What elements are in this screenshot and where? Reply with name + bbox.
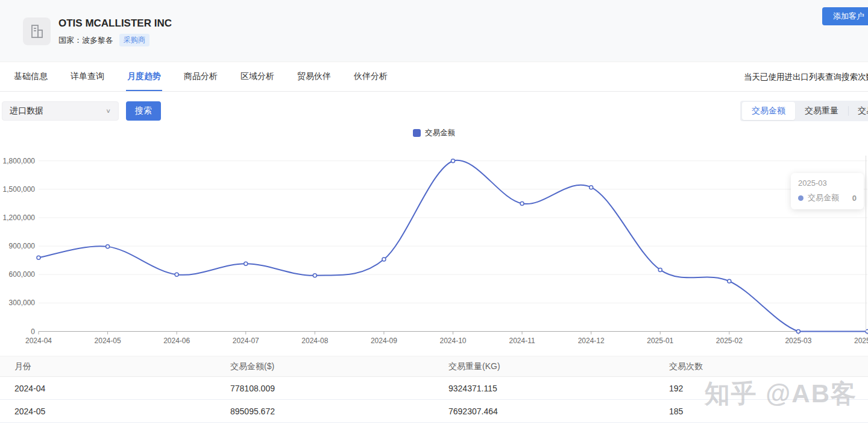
svg-text:2025-04: 2025-04 — [854, 337, 868, 345]
svg-text:2024-07: 2024-07 — [233, 337, 259, 345]
company-country: 国家：波多黎各 — [58, 35, 113, 46]
svg-text:2024-11: 2024-11 — [509, 337, 535, 345]
data-point[interactable] — [520, 201, 524, 205]
svg-text:2024-06: 2024-06 — [163, 337, 190, 345]
table-row[interactable]: 2024-05 895095.672 7692307.464 185 — [0, 400, 868, 423]
cell-trade-amount: 895095.672 — [216, 406, 434, 416]
tab-monthly-trend[interactable]: 月度趋势 — [126, 63, 162, 91]
metric-toggle-group: 交易金额 交易重量 交易次数 — [740, 101, 868, 121]
data-point[interactable] — [728, 279, 731, 283]
toggle-trade-count[interactable]: 交易次数 — [848, 102, 868, 120]
tab-product-analysis[interactable]: 商品分析 — [183, 63, 219, 91]
chart-tooltip: 2025-03 交易金额 0 — [791, 173, 864, 209]
tooltip-series-row: 交易金额 0 — [798, 192, 857, 203]
tooltip-series-label: 交易金额 — [808, 192, 839, 203]
company-name: OTIS MCALLISTER INC — [58, 17, 172, 30]
cell-trade-weight: 7692307.464 — [434, 406, 655, 416]
data-type-select[interactable]: 进口数据 ∨ — [2, 101, 119, 121]
company-meta: 国家：波多黎各 采购商 — [58, 34, 149, 46]
col-trade-amount: 交易金额($) — [216, 361, 434, 372]
svg-text:900,000: 900,000 — [9, 242, 36, 250]
toggle-trade-amount[interactable]: 交易金额 — [742, 102, 795, 120]
search-button[interactable]: 搜索 — [126, 101, 161, 121]
tab-bar: 基础信息 详单查询 月度趋势 商品分析 区域分析 贸易伙伴 伙伴分析 当天已使用… — [0, 63, 868, 92]
tab-partner-analysis[interactable]: 伙伴分析 — [353, 63, 389, 91]
tab-region-analysis[interactable]: 区域分析 — [239, 63, 275, 91]
svg-text:2025-02: 2025-02 — [716, 337, 743, 345]
chart-legend[interactable]: 交易金额 — [0, 128, 868, 138]
data-point[interactable] — [590, 186, 593, 189]
svg-text:1,800,000: 1,800,000 — [3, 157, 36, 165]
col-trade-weight: 交易重量(KG) — [434, 361, 655, 372]
cell-trade-amount: 778108.009 — [216, 384, 434, 393]
svg-text:300,000: 300,000 — [9, 299, 36, 307]
cell-trade-count: 185 — [655, 406, 868, 416]
monthly-trend-page: OTIS MCALLISTER INC 国家：波多黎各 采购商 添加客户 基础信… — [0, 0, 868, 427]
trend-line-chart[interactable]: 0300,000600,000900,0001,200,0001,500,000… — [0, 145, 868, 347]
col-trade-count: 交易次数 — [655, 361, 868, 372]
svg-text:2024-05: 2024-05 — [95, 337, 121, 345]
svg-text:1,500,000: 1,500,000 — [3, 185, 36, 194]
data-type-select-value: 进口数据 — [10, 106, 105, 116]
company-header: OTIS MCALLISTER INC 国家：波多黎各 采购商 添加客户 — [0, 0, 868, 62]
data-point[interactable] — [382, 258, 386, 261]
legend-swatch-icon — [413, 129, 421, 137]
daily-search-usage-note: 当天已使用进出口列表查询搜索次数 — [744, 72, 868, 83]
tabs: 基础信息 详单查询 月度趋势 商品分析 区域分析 贸易伙伴 伙伴分析 — [13, 63, 389, 92]
table-row[interactable]: 2024-04 778108.009 9324371.115 192 — [0, 377, 868, 400]
svg-text:1,200,000: 1,200,000 — [3, 214, 36, 222]
cell-month: 2024-04 — [0, 384, 216, 393]
tab-basic-info[interactable]: 基础信息 — [13, 63, 49, 91]
svg-text:2024-04: 2024-04 — [25, 337, 52, 345]
data-point[interactable] — [451, 159, 455, 163]
svg-text:2025-03: 2025-03 — [785, 337, 811, 345]
monthly-data-table: 月份 交易金额($) 交易重量(KG) 交易次数 2024-04 778108.… — [0, 356, 868, 423]
data-point[interactable] — [175, 273, 178, 276]
svg-text:2024-08: 2024-08 — [301, 337, 328, 345]
cell-trade-count: 192 — [655, 384, 868, 393]
company-building-icon — [23, 17, 51, 45]
col-month: 月份 — [0, 361, 216, 372]
svg-text:2024-10: 2024-10 — [439, 337, 466, 345]
table-header-row: 月份 交易金额($) 交易重量(KG) 交易次数 — [0, 356, 868, 377]
svg-text:2024-12: 2024-12 — [578, 337, 605, 345]
buyer-badge: 采购商 — [119, 34, 149, 46]
data-point[interactable] — [37, 256, 40, 259]
tab-detail-query[interactable]: 详单查询 — [69, 63, 105, 91]
svg-text:0: 0 — [31, 327, 35, 336]
data-point[interactable] — [106, 245, 110, 248]
controls-row: 进口数据 ∨ 搜索 交易金额 交易重量 交易次数 — [0, 92, 868, 125]
cell-trade-weight: 9324371.115 — [434, 384, 655, 393]
tooltip-month: 2025-03 — [798, 179, 857, 188]
toggle-trade-weight[interactable]: 交易重量 — [795, 102, 848, 120]
data-point[interactable] — [244, 262, 248, 265]
chevron-down-icon: ∨ — [105, 107, 111, 114]
tooltip-axis-pointer-line — [866, 156, 866, 332]
cell-month: 2024-05 — [0, 406, 216, 416]
data-point[interactable] — [796, 330, 800, 334]
svg-text:600,000: 600,000 — [9, 270, 36, 279]
tab-trade-partners[interactable]: 贸易伙伴 — [296, 63, 332, 91]
add-customer-button[interactable]: 添加客户 — [822, 7, 868, 25]
svg-text:2025-01: 2025-01 — [647, 337, 673, 345]
legend-label: 交易金额 — [425, 128, 455, 138]
data-point[interactable] — [313, 274, 316, 277]
tooltip-series-value: 0 — [852, 194, 857, 203]
series-dot-icon — [798, 195, 804, 201]
data-point[interactable] — [658, 268, 662, 271]
svg-text:2024-09: 2024-09 — [371, 337, 397, 345]
